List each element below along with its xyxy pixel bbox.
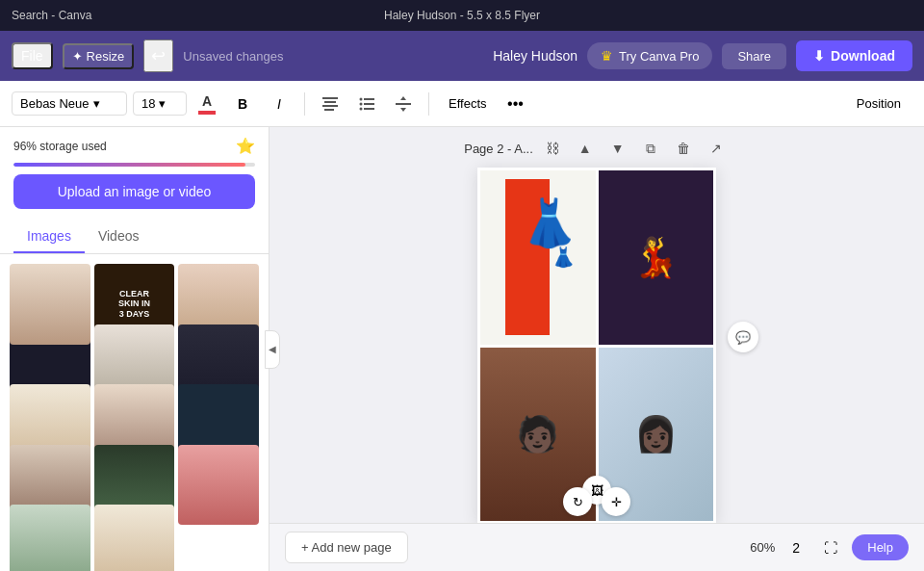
list-icon [359,97,374,111]
page-link-button[interactable]: ⛓ [539,135,566,162]
svg-rect-3 [324,109,334,111]
svg-rect-1 [324,101,336,103]
download-button[interactable]: ⬇ Download [796,40,912,71]
more-icon: ••• [507,95,524,113]
italic-button[interactable]: I [264,89,295,119]
svg-rect-0 [322,97,338,99]
text-color-icon: A [202,93,212,109]
svg-rect-7 [364,103,374,105]
toolbar-divider [304,92,305,116]
top-bar: Search - Canva Haley Hudson - 5.5 x 8.5 … [0,0,924,31]
page-controls: Page 2 - A... ⛓ ▲ ▼ ⧉ 🗑 ↗ [464,127,730,168]
top-bar-center-title: Haley Hudson - 5.5 x 8.5 Flyer [384,9,540,22]
align-icon [322,97,338,111]
crown-icon: ♛ [601,48,613,64]
storage-text: 96% storage used [13,140,228,153]
svg-rect-10 [396,103,411,105]
try-canva-pro-button[interactable]: ♛ Try Canva Pro [587,42,712,69]
media-tabs: Images Videos [0,221,269,254]
sidebar: 96% storage used ⭐ Upload an image or vi… [0,127,270,571]
more-options-button[interactable]: ••• [502,91,529,117]
images-tab[interactable]: Images [13,221,85,253]
page-up-button[interactable]: ▲ [572,135,599,162]
design-canvas[interactable]: 👗 💃 🧑🏿 👩🏿 [477,168,716,524]
help-button[interactable]: Help [852,534,909,560]
bottom-bar: + Add new page 60% 2 ⛶ Help [270,523,924,571]
page-number: 2 [792,540,800,556]
color-bar [198,111,216,115]
header: File ✦ Resize ↩ Unsaved changes Haley Hu… [0,31,924,81]
page-share-button[interactable]: ↗ [703,135,730,162]
list-item[interactable] [94,505,175,571]
collapse-sidebar-button[interactable]: ◀ [265,330,280,369]
page-down-button[interactable]: ▼ [604,135,631,162]
canvas-rotate-button[interactable]: ↻ [563,487,592,516]
font-size-selector[interactable]: 18 ▾ [133,91,187,116]
upload-button[interactable]: Upload an image or video [13,174,255,209]
page-indicator-button[interactable]: 2 [783,534,809,561]
canvas-right-tools: 💬 [728,322,758,352]
effects-button[interactable]: Effects [439,92,497,115]
align-button[interactable] [315,89,346,119]
star-icon: ⭐ [236,137,255,155]
font-size-value: 18 [141,96,155,111]
videos-tab[interactable]: Videos [85,221,153,253]
zoom-controls: 60% 2 ⛶ Help [750,534,909,561]
page-delete-button[interactable]: 🗑 [670,135,697,162]
list-button[interactable] [351,89,382,119]
svg-point-8 [360,107,363,110]
image-grid: CLEARSKIN IN3 DAYS EXPRESS WINTER WORK T… [0,254,269,571]
header-right: Haley Hudson ♛ Try Canva Pro Share ⬇ Dow… [493,40,912,71]
chevron-down-icon: ▾ [93,96,100,111]
storage-section: 96% storage used ⭐ [0,127,269,163]
spacing-icon [396,96,411,112]
unsaved-changes-label: Unsaved changes [183,49,483,64]
resize-icon: ✦ [72,49,83,64]
try-canva-pro-label: Try Canva Pro [619,49,699,64]
svg-rect-9 [364,108,374,110]
top-bar-left-title: Search - Canva [12,9,91,22]
toolbar-divider-2 [428,92,429,116]
position-button[interactable]: Position [845,92,912,115]
resize-button[interactable]: ✦ Resize [63,43,135,69]
list-item[interactable] [10,505,90,571]
font-family-selector[interactable]: Bebas Neue ▾ [12,91,127,116]
toolbar: Bebas Neue ▾ 18 ▾ A B I [0,81,924,127]
share-button[interactable]: Share [722,43,786,69]
resize-label: Resize [87,49,125,64]
canvas-bottom-tools: ↻ ✛ [563,480,630,516]
storage-fill [13,163,245,167]
canvas-image-2[interactable]: 💃 [599,170,714,345]
main-layout: 96% storage used ⭐ Upload an image or vi… [0,127,924,571]
download-label: Download [831,48,895,64]
bold-button[interactable]: B [227,89,258,119]
font-name-label: Bebas Neue [20,96,90,111]
canvas-image-grid: 👗 💃 🧑🏿 👩🏿 [477,168,716,524]
project-name: Haley Hudson [493,48,578,64]
canvas-crop-button[interactable]: ✛ [602,487,630,516]
undo-button[interactable]: ↩ [143,39,173,72]
svg-rect-5 [364,98,374,100]
svg-point-6 [360,102,363,105]
svg-marker-12 [400,108,406,112]
list-item[interactable] [178,445,259,526]
spacing-button[interactable] [388,89,419,119]
svg-marker-11 [400,96,406,100]
download-icon: ⬇ [813,48,825,64]
svg-point-4 [360,97,363,100]
canvas-area: Page 2 - A... ⛓ ▲ ▼ ⧉ 🗑 ↗ 👗 [270,127,924,571]
canvas-image-1[interactable]: 👗 [480,170,596,345]
page-copy-button[interactable]: ⧉ [637,135,664,162]
svg-rect-2 [322,105,338,107]
storage-progress-bar [13,163,255,167]
canvas-comment-button[interactable]: 💬 [728,322,758,352]
file-menu-button[interactable]: File [12,42,53,69]
fullscreen-button[interactable]: ⛶ [817,534,844,561]
canvas-container: 👗 💃 🧑🏿 👩🏿 [477,168,716,524]
text-color-button[interactable]: A [192,91,221,117]
page-name-label: Page 2 - A... [464,142,533,156]
add-page-button[interactable]: + Add new page [285,532,408,563]
chevron-down-icon: ▾ [159,96,166,111]
list-item[interactable] [10,264,90,345]
zoom-level-label: 60% [750,540,775,555]
